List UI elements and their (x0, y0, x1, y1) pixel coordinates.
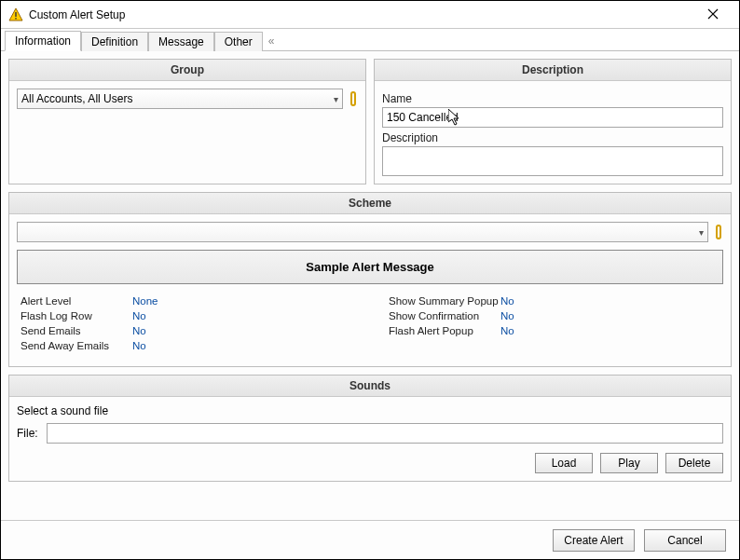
svg-rect-6 (717, 225, 720, 239)
sounds-panel: Sounds Select a sound file File: Load Pl… (8, 375, 732, 482)
warning-icon (8, 7, 23, 22)
dialog-window: Custom Alert Setup Information Definitio… (0, 0, 740, 560)
scheme-combobox[interactable]: ▾ (17, 222, 708, 242)
description-panel: Description Name Description (374, 59, 732, 184)
prop-show-confirmation: Show ConfirmationNo (389, 308, 719, 323)
load-button[interactable]: Load (535, 453, 593, 473)
prop-alert-level: Alert LevelNone (21, 294, 351, 308)
description-label: Description (382, 131, 723, 144)
prop-flash-alert-popup: Flash Alert PopupNo (389, 323, 719, 338)
close-icon (707, 7, 719, 22)
file-label: File: (17, 427, 41, 440)
tab-strip: Information Definition Message Other « (1, 29, 739, 51)
chevron-down-icon: ▾ (334, 94, 338, 104)
name-label: Name (382, 92, 723, 105)
tab-definition[interactable]: Definition (81, 32, 148, 51)
description-header: Description (375, 60, 731, 81)
tab-other[interactable]: Other (214, 32, 263, 51)
attachment-icon[interactable] (349, 90, 358, 107)
scheme-header: Scheme (9, 193, 731, 214)
group-header: Group (9, 60, 365, 81)
delete-button[interactable]: Delete (665, 453, 723, 473)
tab-message[interactable]: Message (148, 32, 214, 51)
sample-alert-message: Sample Alert Message (17, 250, 723, 284)
prop-flash-log-row: Flash Log RowNo (21, 308, 351, 323)
sounds-instruction: Select a sound file (17, 404, 723, 417)
window-title: Custom Alert Setup (29, 8, 694, 21)
prop-send-away-emails: Send Away EmailsNo (21, 338, 351, 353)
svg-rect-5 (351, 92, 355, 105)
file-input[interactable] (47, 423, 723, 444)
content-area: Group All Accounts, All Users ▾ Descript… (1, 51, 739, 520)
cancel-button[interactable]: Cancel (644, 529, 726, 552)
sounds-header: Sounds (9, 376, 731, 397)
title-bar: Custom Alert Setup (1, 1, 739, 29)
prop-show-summary-popup: Show Summary PopupNo (389, 294, 719, 308)
prop-send-emails: Send EmailsNo (21, 323, 351, 338)
svg-rect-2 (15, 18, 16, 20)
scheme-properties: Alert LevelNone Flash Log RowNo Send Ema… (17, 294, 723, 359)
tab-information[interactable]: Information (5, 31, 81, 51)
tab-overflow-icon[interactable]: « (263, 32, 281, 50)
description-input[interactable] (382, 146, 723, 176)
chevron-down-icon: ▾ (699, 227, 704, 238)
group-combobox[interactable]: All Accounts, All Users ▾ (17, 89, 343, 109)
close-button[interactable] (694, 2, 732, 28)
svg-rect-1 (15, 12, 16, 17)
play-button[interactable]: Play (600, 453, 658, 473)
name-input[interactable] (382, 107, 723, 128)
group-panel: Group All Accounts, All Users ▾ (8, 59, 366, 184)
group-selected-text: All Accounts, All Users (21, 92, 132, 105)
attachment-icon[interactable] (714, 224, 723, 240)
scheme-panel: Scheme ▾ Sample Alert Message Alert Leve… (8, 192, 732, 367)
dialog-footer: Create Alert Cancel (1, 520, 739, 559)
create-alert-button[interactable]: Create Alert (553, 529, 635, 552)
